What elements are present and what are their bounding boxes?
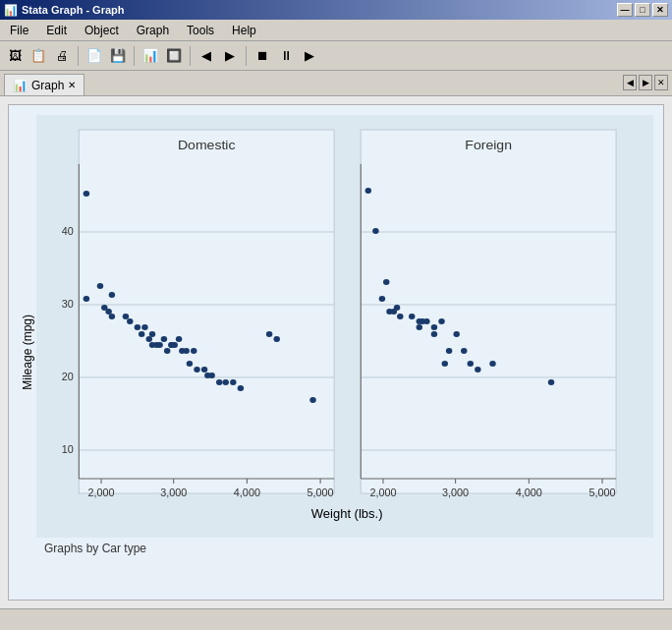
panel1-title: Domestic (178, 138, 236, 151)
main-content: Mileage (mpg) Domestic (0, 96, 672, 608)
point-f21 (468, 361, 474, 367)
point-f13 (423, 318, 429, 324)
toolbar: 🖼 📋 🖨 📄 💾 📊 🔲 ◀ ▶ ⏹ ⏸ ▶ (0, 41, 672, 71)
point-d31 (208, 372, 214, 378)
tab-nav-left[interactable]: ◀ (623, 75, 637, 90)
svg-text:5,000: 5,000 (588, 487, 615, 498)
point-f4 (383, 279, 389, 285)
point-f15 (431, 331, 437, 337)
point-d25 (183, 348, 189, 354)
svg-text:20: 20 (62, 372, 74, 382)
stop-button[interactable]: ⏹ (252, 45, 273, 67)
point-d37 (273, 336, 279, 342)
svg-text:40: 40 (62, 226, 74, 237)
point-f7 (394, 305, 400, 311)
close-tab-button[interactable]: ✕ (68, 80, 76, 90)
svg-text:2,000: 2,000 (369, 487, 396, 498)
maximize-button[interactable]: □ (635, 3, 650, 17)
select-button[interactable]: 🔲 (163, 45, 185, 67)
point-d26 (187, 361, 193, 367)
play-button[interactable]: ▶ (299, 45, 320, 67)
point-f11 (417, 324, 422, 330)
graph-container: Mileage (mpg) Domestic (8, 104, 664, 601)
svg-text:2,000: 2,000 (88, 487, 115, 498)
menu-graph[interactable]: Graph (131, 22, 175, 39)
minimize-button[interactable]: — (617, 3, 633, 17)
point-d12 (141, 324, 147, 330)
save-button[interactable]: 💾 (107, 45, 129, 67)
menu-help[interactable]: Help (226, 22, 262, 39)
point-d32 (216, 379, 222, 385)
new-button[interactable]: 🖼 (4, 45, 26, 67)
svg-text:5,000: 5,000 (308, 487, 334, 498)
point-d17 (156, 342, 162, 348)
point-d5 (105, 309, 111, 315)
close-button[interactable]: ✕ (652, 3, 668, 17)
pause-button[interactable]: ⏸ (275, 45, 297, 67)
svg-text:10: 10 (62, 444, 74, 455)
point-d6 (109, 292, 115, 298)
point-d1 (84, 191, 89, 197)
point-d13 (146, 336, 152, 342)
point-d7 (109, 314, 115, 319)
back-button[interactable]: ◀ (196, 45, 217, 67)
point-d28 (194, 367, 199, 372)
point-f3 (379, 296, 385, 302)
point-d29 (201, 367, 207, 372)
point-d8 (123, 314, 129, 319)
point-f14 (431, 324, 437, 330)
tab-close-all[interactable]: ✕ (654, 75, 668, 90)
svg-rect-20 (361, 130, 616, 493)
point-d11 (139, 331, 144, 337)
point-f2 (372, 228, 378, 234)
menu-object[interactable]: Object (79, 22, 125, 39)
point-d19 (164, 348, 170, 354)
point-f20 (461, 348, 467, 354)
tab-navigation: ◀ ▶ ✕ (623, 75, 668, 90)
menu-file[interactable]: File (4, 22, 34, 39)
svg-text:4,000: 4,000 (516, 487, 542, 498)
graphs-by-label: Graphs by Car type (36, 538, 653, 559)
point-d33 (222, 379, 228, 385)
point-d34 (230, 379, 236, 385)
svg-text:30: 30 (62, 299, 74, 310)
print-button[interactable]: 🖨 (51, 45, 73, 67)
tab-area: 📊 Graph ✕ ◀ ▶ ✕ (0, 71, 672, 96)
point-f19 (453, 331, 459, 337)
title-bar: 📊 Stata Graph - Graph — □ ✕ (0, 0, 672, 20)
graph-tab[interactable]: 📊 Graph ✕ (4, 74, 84, 95)
svg-rect-1 (79, 130, 334, 493)
point-d3 (97, 283, 103, 289)
menu-edit[interactable]: Edit (40, 22, 73, 39)
x-axis-label: Weight (lbs.) (311, 507, 383, 520)
point-f8 (397, 314, 403, 319)
point-d27 (191, 348, 196, 354)
point-f24 (548, 379, 554, 385)
copy-button[interactable]: 📄 (84, 45, 105, 67)
graph-button[interactable]: 📊 (140, 45, 161, 67)
window-title: Stata Graph - Graph (22, 4, 125, 16)
point-f1 (365, 188, 371, 194)
point-d22 (172, 342, 178, 348)
scatter-chart: Domestic 10 20 30 (36, 115, 653, 538)
window-controls: — □ ✕ (617, 3, 668, 17)
status-bar (0, 608, 672, 630)
open-button[interactable]: 📋 (28, 45, 49, 67)
panel2-title: Foreign (465, 138, 512, 151)
point-f9 (409, 314, 415, 319)
point-d36 (266, 331, 272, 337)
point-d15 (149, 331, 155, 337)
point-f23 (489, 361, 495, 367)
y-axis-label: Mileage (mpg) (19, 315, 36, 390)
point-f16 (438, 318, 444, 324)
point-f18 (446, 348, 452, 354)
app-icon: 📊 (4, 4, 18, 17)
forward-button[interactable]: ▶ (219, 45, 241, 67)
tab-nav-right[interactable]: ▶ (639, 75, 652, 90)
point-d2 (84, 296, 89, 302)
svg-text:3,000: 3,000 (442, 487, 469, 498)
point-f22 (475, 367, 480, 372)
menu-tools[interactable]: Tools (181, 22, 220, 39)
point-f17 (442, 361, 448, 367)
point-d23 (176, 336, 182, 342)
